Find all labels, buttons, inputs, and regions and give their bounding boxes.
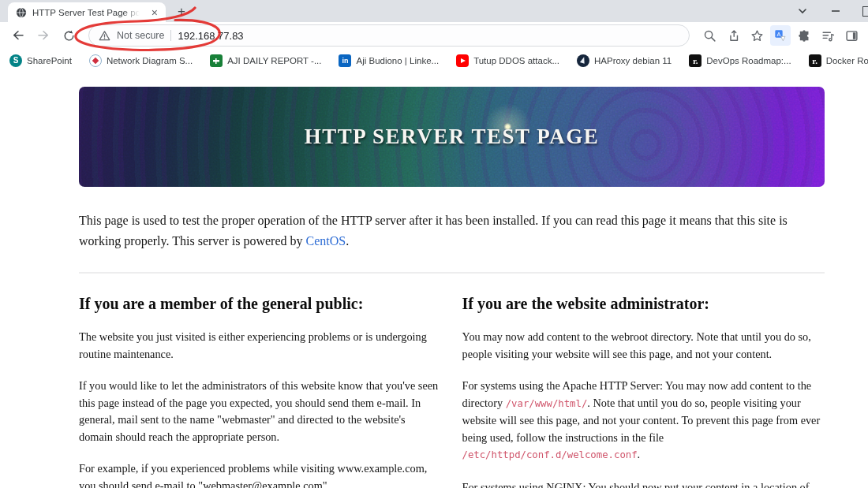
- nginx-text: For systems using NGINX: You should now …: [462, 481, 810, 488]
- bookmark-label: HAProxy debian 11: [594, 56, 672, 65]
- bookmark-label: Tutup DDOS attack...: [473, 56, 559, 65]
- svg-text:A: A: [777, 31, 781, 38]
- two-column-section: If you are a member of the general publi…: [79, 274, 825, 488]
- bookmark-devops-roadmap[interactable]: r. DevOps Roadmap:...: [689, 54, 791, 67]
- bookmark-label: SharePoint: [27, 56, 72, 65]
- welcome-conf-code: /etc/httpd/conf.d/welcome.conf: [462, 449, 638, 460]
- webroot-path-code: /var/www/html/: [506, 398, 588, 409]
- back-button[interactable]: [8, 25, 28, 46]
- page-content: HTTP SERVER TEST PAGE This page is used …: [0, 73, 868, 488]
- omnibox-divider: [170, 30, 171, 41]
- admin-paragraph-3: For systems using NGINX: You should now …: [462, 479, 825, 488]
- forward-button[interactable]: [33, 25, 54, 46]
- test-page-banner: HTTP SERVER TEST PAGE: [79, 87, 825, 187]
- bookmark-linkedin[interactable]: in Aji Budiono | Linke...: [339, 54, 439, 67]
- bookmarks-bar: S SharePoint Network Diagram S... AJI DA…: [0, 49, 868, 73]
- address-bar[interactable]: Not secure 192.168.77.83: [88, 24, 690, 47]
- bookmark-label: Docker Roadmap -...: [826, 56, 868, 65]
- not-secure-warning-icon: [99, 30, 110, 42]
- administrator-heading: If you are the website administrator:: [462, 295, 825, 313]
- general-public-column: If you are a member of the general publi…: [79, 274, 442, 488]
- intro-paragraph: This page is used to test the proper ope…: [79, 210, 825, 251]
- tab-search-chevron-icon[interactable]: [796, 5, 809, 17]
- tab-title: HTTP Server Test Page powered: [32, 8, 143, 17]
- reload-button[interactable]: [58, 25, 79, 46]
- tab-strip: HTTP Server Test Page powered × +: [0, 0, 868, 22]
- browser-toolbar: Not secure 192.168.77.83 A: [0, 22, 868, 49]
- public-paragraph-2: If you would like to let the administrat…: [79, 378, 442, 445]
- maximize-button[interactable]: [862, 6, 868, 17]
- minimize-button[interactable]: [829, 5, 842, 17]
- bookmark-aji-daily-report[interactable]: AJI DAILY REPORT -...: [210, 54, 321, 67]
- linkedin-icon: in: [339, 54, 351, 67]
- extensions-puzzle-icon[interactable]: [794, 25, 814, 46]
- admin-paragraph-1: You may now add content to the webroot d…: [462, 329, 825, 363]
- bookmark-label: Network Diagram S...: [107, 56, 193, 65]
- bookmark-label: DevOps Roadmap:...: [706, 56, 791, 65]
- share-icon[interactable]: [723, 25, 743, 46]
- bookmark-youtube-ddos[interactable]: Tutup DDOS attack...: [456, 54, 559, 67]
- media-controls-icon[interactable]: [817, 25, 838, 46]
- bookmark-network-diagram[interactable]: Network Diagram S...: [89, 54, 193, 67]
- bookmark-sharepoint[interactable]: S SharePoint: [9, 54, 72, 67]
- sharepoint-icon: S: [9, 54, 22, 67]
- bookmark-haproxy[interactable]: HAProxy debian 11: [577, 54, 672, 67]
- security-label: Not secure: [117, 30, 164, 41]
- general-public-heading: If you are a member of the general publi…: [79, 295, 442, 313]
- toolbar-right-icons: A: [699, 25, 862, 46]
- browser-tab[interactable]: HTTP Server Test Page powered ×: [8, 2, 166, 22]
- globe-favicon: [16, 7, 27, 18]
- intro-text-end: .: [346, 234, 349, 248]
- window-controls: [796, 0, 868, 22]
- roadmap-icon: r.: [689, 54, 702, 67]
- administrator-column: If you are the website administrator: Yo…: [462, 274, 825, 488]
- network-diagram-icon: [89, 54, 102, 67]
- page-title: HTTP SERVER TEST PAGE: [305, 125, 599, 149]
- apache-text-3: .: [638, 448, 641, 460]
- centos-link[interactable]: CentOS: [306, 234, 346, 248]
- roadmap-icon: r.: [809, 54, 821, 67]
- haproxy-icon: [577, 54, 589, 67]
- admin-paragraph-2: For systems using the Apache HTTP Server…: [462, 378, 825, 464]
- side-panel-icon[interactable]: [841, 25, 862, 46]
- new-tab-button[interactable]: +: [172, 2, 191, 21]
- bookmark-star-icon[interactable]: [746, 25, 767, 46]
- youtube-icon: [456, 54, 469, 67]
- translate-extension-icon[interactable]: A: [770, 25, 791, 46]
- browser-window: HTTP Server Test Page powered × +: [0, 0, 868, 488]
- bookmark-label: Aji Budiono | Linke...: [356, 56, 439, 65]
- intro-text: This page is used to test the proper ope…: [79, 214, 788, 248]
- public-paragraph-1: The website you just visited is either e…: [79, 329, 442, 363]
- google-sheets-icon: [210, 54, 223, 67]
- bookmark-label: AJI DAILY REPORT -...: [227, 56, 321, 65]
- url-text: 192.168.77.83: [178, 30, 243, 42]
- search-icon[interactable]: [699, 25, 720, 46]
- bookmark-docker-roadmap[interactable]: r. Docker Roadmap -...: [809, 54, 868, 67]
- public-paragraph-3: For example, if you experienced problems…: [79, 460, 442, 488]
- tab-close-icon[interactable]: ×: [148, 6, 161, 19]
